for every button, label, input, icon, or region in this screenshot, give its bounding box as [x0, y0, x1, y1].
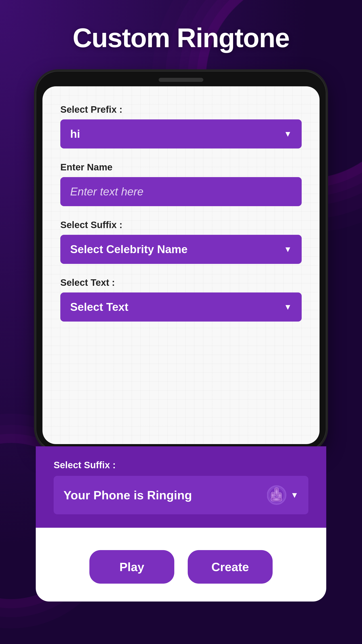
create-button[interactable]: Create: [188, 550, 273, 584]
phone-mockup: Select Prefix : hi ▼ Enter Name Select S…: [36, 71, 326, 451]
overlay-suffix-label: Select Suffix :: [54, 460, 308, 470]
white-continuation: Play Create: [36, 528, 326, 602]
play-button[interactable]: Play: [89, 550, 174, 584]
text-placeholder: Select Text: [70, 300, 128, 314]
prefix-dropdown-arrow: ▼: [284, 129, 292, 139]
suffix-dropdown[interactable]: Select Celebrity Name ▼: [60, 235, 302, 264]
overlay-suffix-dropdown[interactable]: Your Phone is Ringing: [54, 476, 308, 514]
hand-cursor-icon: [266, 484, 288, 506]
suffix-group: Select Suffix : Select Celebrity Name ▼: [60, 220, 302, 264]
overlay-suffix-value: Your Phone is Ringing: [63, 488, 192, 502]
suffix-placeholder: Select Celebrity Name: [70, 243, 187, 256]
text-label: Select Text :: [60, 277, 302, 288]
text-dropdown-arrow: ▼: [284, 302, 292, 312]
prefix-dropdown[interactable]: hi ▼: [60, 120, 302, 148]
suffix-dropdown-arrow: ▼: [284, 245, 292, 254]
text-group: Select Text : Select Text ▼: [60, 277, 302, 322]
text-dropdown[interactable]: Select Text ▼: [60, 292, 302, 322]
phone-screen: Select Prefix : hi ▼ Enter Name Select S…: [42, 86, 320, 444]
prefix-value: hi: [70, 128, 80, 140]
overlay-dropdown-arrow: ▼: [291, 490, 299, 500]
dropdown-right-group: ▼: [266, 484, 299, 506]
name-group: Enter Name: [60, 162, 302, 206]
suffix-overlay: Select Suffix : Your Phone is Ringing: [36, 446, 326, 528]
bottom-section: Select Suffix : Your Phone is Ringing: [36, 446, 326, 602]
page-title: Custom Ringtone: [0, 0, 362, 71]
name-label: Enter Name: [60, 162, 302, 173]
buttons-row: Play Create: [54, 546, 308, 584]
prefix-label: Select Prefix :: [60, 104, 302, 115]
suffix-label: Select Suffix :: [60, 220, 302, 230]
name-input[interactable]: [60, 177, 302, 206]
phone-speaker: [159, 78, 203, 82]
prefix-group: Select Prefix : hi ▼: [60, 104, 302, 148]
svg-rect-3: [271, 498, 282, 501]
